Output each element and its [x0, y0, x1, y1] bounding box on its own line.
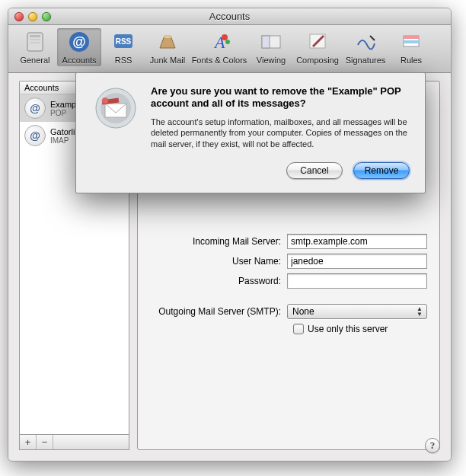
toolbar-item-signatures[interactable]: Signatures	[342, 28, 389, 66]
toolbar-item-composing[interactable]: Composing	[293, 28, 342, 66]
smtp-label: Outgoing Mail Server (SMTP):	[150, 306, 287, 317]
toolbar-item-general[interactable]: General	[13, 28, 57, 66]
use-only-server-row[interactable]: Use only this server	[293, 324, 427, 334]
toolbar-label: Accounts	[62, 56, 96, 65]
incoming-server-input[interactable]	[287, 234, 427, 249]
svg-rect-20	[105, 104, 126, 117]
composing-icon	[305, 30, 330, 54]
toolbar-label: Signatures	[346, 56, 386, 65]
viewing-icon	[259, 30, 283, 54]
svg-rect-1	[30, 35, 40, 37]
use-only-server-label: Use only this server	[308, 324, 388, 334]
toolbar-label: Viewing	[257, 56, 286, 65]
imap-account-icon: @	[24, 125, 46, 146]
toolbar-item-rss[interactable]: RSS RSS	[101, 28, 145, 66]
svg-text:@: @	[72, 34, 86, 50]
junk-mail-icon	[155, 30, 180, 54]
remove-button[interactable]: Remove	[353, 162, 410, 179]
updown-icon: ▲▼	[417, 306, 423, 317]
username-input[interactable]	[287, 254, 427, 269]
toolbar-label: Rules	[401, 56, 422, 65]
add-account-button[interactable]: +	[20, 435, 37, 449]
smtp-value: None	[292, 306, 314, 317]
pop-account-icon: @	[24, 97, 46, 119]
toolbar-label: Composing	[296, 56, 339, 65]
dialog-body: The account's setup information, mailbox…	[151, 117, 410, 151]
smtp-select[interactable]: None ▲▼	[287, 304, 427, 319]
svg-point-8	[164, 35, 171, 38]
svg-rect-3	[30, 42, 40, 43]
svg-rect-16	[404, 36, 419, 39]
general-icon	[23, 30, 47, 54]
toolbar-label: Fonts & Colors	[192, 56, 247, 65]
preferences-window: Accounts General @ Accounts RSS RSS Junk…	[8, 8, 452, 462]
toolbar-label: General	[20, 56, 49, 65]
svg-text:RSS: RSS	[116, 37, 132, 46]
accounts-icon: @	[67, 30, 91, 54]
rules-icon	[399, 30, 423, 54]
toolbar-item-viewing[interactable]: Viewing	[249, 28, 293, 66]
titlebar: Accounts	[8, 8, 451, 25]
fonts-colors-icon: A	[207, 30, 231, 54]
use-only-server-checkbox[interactable]	[293, 324, 304, 334]
remove-account-button[interactable]: −	[37, 435, 53, 449]
window-title: Accounts	[8, 11, 451, 22]
svg-point-10	[222, 34, 228, 40]
signatures-icon	[353, 30, 378, 54]
mail-app-icon	[91, 85, 140, 134]
username-label: User Name:	[150, 256, 287, 267]
svg-rect-13	[262, 36, 270, 48]
password-label: Password:	[150, 276, 287, 286]
toolbar-item-rules[interactable]: Rules	[389, 28, 433, 66]
toolbar-label: Junk Mail	[150, 56, 185, 65]
toolbar-item-fonts[interactable]: A Fonts & Colors	[190, 28, 249, 66]
dialog-title: Are you sure you want to remove the "Exa…	[151, 85, 410, 110]
svg-point-11	[225, 40, 230, 44]
svg-rect-2	[30, 39, 40, 40]
cancel-button[interactable]: Cancel	[286, 162, 343, 179]
toolbar-label: RSS	[115, 56, 132, 65]
svg-rect-17	[404, 40, 419, 43]
svg-point-22	[102, 97, 108, 104]
incoming-server-label: Incoming Mail Server:	[150, 236, 287, 247]
toolbar: General @ Accounts RSS RSS Junk Mail A F…	[8, 25, 451, 73]
list-footer: + −	[19, 435, 129, 450]
password-input[interactable]	[287, 273, 427, 289]
toolbar-item-accounts[interactable]: @ Accounts	[57, 28, 101, 66]
rss-icon: RSS	[111, 30, 136, 54]
toolbar-item-junk[interactable]: Junk Mail	[145, 28, 190, 66]
confirm-remove-dialog: Are you sure you want to remove the "Exa…	[75, 72, 426, 193]
help-button[interactable]: ?	[425, 438, 440, 453]
